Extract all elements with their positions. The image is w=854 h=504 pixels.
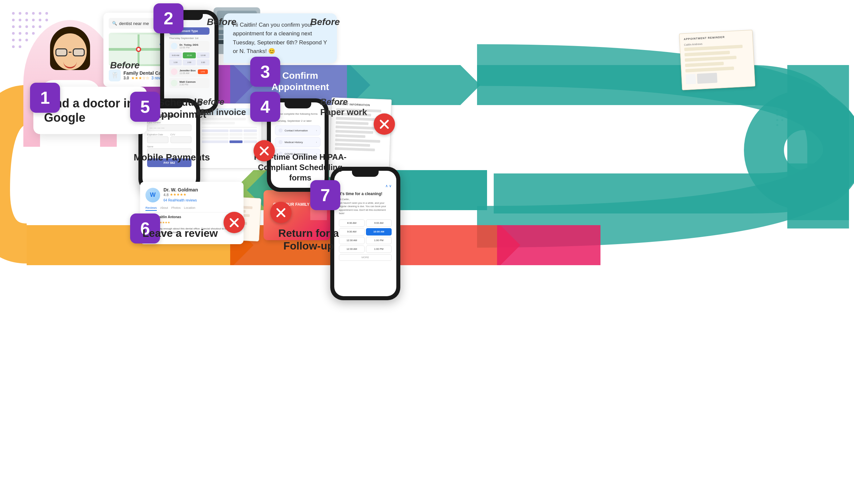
svg-point-34	[12, 39, 15, 41]
svg-point-13	[12, 12, 15, 15]
svg-point-19	[12, 19, 15, 21]
step2-badge: 2	[153, 3, 183, 33]
svg-point-45	[786, 114, 788, 116]
step6-label: Leave a review	[137, 227, 223, 239]
rating-stars: ★★★☆☆	[131, 76, 149, 80]
before-label-step5: Before Mail invoice	[197, 97, 246, 118]
doctor-name: Dr. W. Goldman	[163, 187, 198, 193]
step7-label: Return for a Follow-up	[264, 227, 353, 252]
doctor-stars: ★★★★★	[170, 193, 186, 197]
rating-value: 3.0	[123, 76, 129, 80]
paper-appointment: APPOINTMENT REMINDER Caitlin Andrews	[679, 30, 756, 90]
svg-point-37	[12, 46, 15, 48]
svg-point-41	[786, 109, 788, 111]
svg-rect-3	[787, 65, 849, 229]
x-badge-step4	[374, 113, 395, 135]
svg-point-44	[781, 114, 783, 116]
doctor-rating: 4.8	[163, 193, 168, 197]
step5-label: Mobile Payments	[133, 152, 210, 163]
svg-point-25	[12, 25, 15, 28]
svg-point-47	[781, 119, 783, 121]
x-badge-step6	[223, 212, 245, 233]
svg-point-42	[791, 109, 793, 111]
svg-point-48	[776, 124, 778, 126]
step5-badge: 5	[130, 92, 160, 122]
before-label-step2: Before	[207, 17, 237, 28]
before-label-step4: Before Paper work	[320, 97, 367, 118]
svg-point-43	[776, 114, 778, 116]
svg-point-40	[781, 109, 783, 111]
svg-point-30	[12, 32, 15, 35]
step7-badge: 7	[310, 180, 340, 210]
step4-badge: 4	[250, 92, 280, 122]
reviews-link[interactable]: 64 RealHealth reviews	[163, 198, 197, 202]
svg-rect-4	[787, 163, 849, 220]
svg-point-54	[137, 48, 140, 51]
step3-label: Confirm Appointment	[260, 70, 340, 92]
reviewer-name: Caitlin Antonas	[157, 215, 181, 219]
svg-marker-11	[497, 225, 600, 265]
before-label-step3: Before	[310, 17, 340, 28]
x-badge-step7	[270, 202, 292, 223]
svg-point-46	[776, 119, 778, 121]
step1-badge: 1	[30, 83, 60, 113]
before-label-step1: Before	[110, 60, 140, 71]
x-badge-step5	[254, 140, 275, 161]
svg-point-39	[776, 109, 778, 111]
